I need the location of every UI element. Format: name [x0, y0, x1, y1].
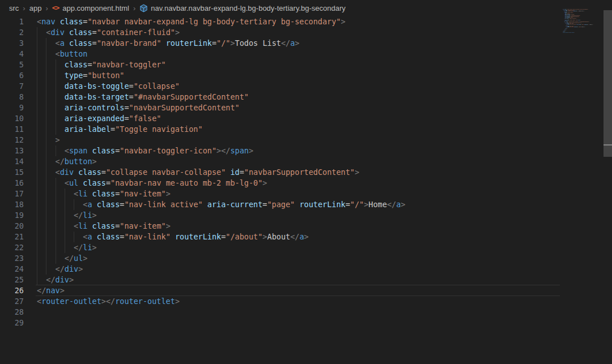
breadcrumb-item-app[interactable]: app [29, 4, 42, 12]
code-line-13[interactable]: 13 <span class="navbar-toggler-icon"></s… [0, 145, 612, 156]
line-number[interactable]: 18 [0, 199, 24, 210]
line-number[interactable]: 19 [0, 210, 24, 221]
line-number[interactable]: 25 [0, 275, 24, 285]
line-number[interactable]: 11 [0, 124, 24, 135]
code-text[interactable]: <a class="nav-link active" aria-current=… [37, 199, 560, 210]
code-line-21[interactable]: 21 <a class="nav-link" routerLink="/abou… [0, 232, 612, 242]
line-number[interactable]: 8 [0, 92, 24, 102]
code-text[interactable]: <li class="nav-item"> [37, 221, 560, 232]
code-text[interactable]: class="navbar-toggler" [37, 59, 560, 70]
scrollbar-thumb[interactable] [604, 10, 612, 157]
breadcrumb-item-src[interactable]: src [9, 4, 19, 12]
code-text[interactable]: <div class="collapse navbar-collapse" id… [37, 167, 560, 178]
line-number[interactable]: 2 [0, 27, 24, 38]
scrollbar-track[interactable] [604, 0, 612, 364]
line-number[interactable]: 9 [0, 102, 24, 113]
code-line-17[interactable]: 17 <li class="nav-item"> [0, 189, 612, 199]
code-text[interactable]: <a class="navbar-brand" routerLink="/">T… [37, 38, 560, 49]
code-line-14[interactable]: 14 </button> [0, 156, 612, 167]
line-number[interactable]: 13 [0, 145, 24, 156]
line-number[interactable]: 4 [0, 49, 24, 59]
code-line-5[interactable]: 5 class="navbar-toggler" [0, 59, 612, 70]
line-number[interactable]: 27 [0, 296, 24, 307]
line-number[interactable]: 26 [0, 285, 24, 296]
line-number[interactable]: 14 [0, 156, 24, 167]
code-text[interactable]: type="button" [37, 70, 560, 81]
line-number[interactable]: 21 [0, 232, 24, 242]
code-line-8[interactable]: 8 data-bs-target="#navbarSupportedConten… [0, 92, 612, 102]
code-line-22[interactable]: 22 </li> [0, 242, 612, 253]
line-number[interactable]: 15 [0, 167, 24, 178]
code-line-26[interactable]: 26</nav> [0, 285, 612, 296]
code-line-10[interactable]: 10 aria-expanded="false" [0, 113, 612, 124]
minimap[interactable]: <nav class="navbar navbar-expand-lg bg-b… [563, 9, 599, 50]
line-number[interactable]: 1 [0, 16, 24, 27]
code-text[interactable] [37, 318, 560, 328]
code-text[interactable]: > [37, 135, 560, 145]
code-text[interactable]: </div> [37, 264, 560, 275]
code-line-3[interactable]: 3 <a class="navbar-brand" routerLink="/"… [0, 38, 612, 49]
code-line-25[interactable]: 25 </div> [0, 275, 612, 285]
indent-guide [37, 189, 37, 199]
code-line-6[interactable]: 6 type="button" [0, 70, 612, 81]
line-number[interactable]: 22 [0, 242, 24, 253]
line-number[interactable]: 29 [0, 318, 24, 328]
code-line-20[interactable]: 20 <li class="nav-item"> [0, 221, 612, 232]
code-line-28[interactable]: 28 [0, 307, 612, 318]
code-line-1[interactable]: 1<nav class="navbar navbar-expand-lg bg-… [0, 16, 612, 27]
code-text[interactable]: <ul class="navbar-nav me-auto mb-2 mb-lg… [37, 178, 560, 189]
code-text[interactable]: <div class="container-fluid"> [37, 27, 560, 38]
code-text[interactable]: <button [37, 49, 560, 59]
code-text[interactable]: aria-expanded="false" [37, 113, 560, 124]
code-line-4[interactable]: 4 <button [0, 49, 612, 59]
line-number[interactable]: 20 [0, 221, 24, 232]
indent-guide [56, 232, 56, 242]
line-number[interactable]: 5 [0, 59, 24, 70]
line-number[interactable]: 10 [0, 113, 24, 124]
code-text[interactable]: </button> [37, 156, 560, 167]
breadcrumb-item-element[interactable]: nav.navbar.navbar-expand-lg.bg-body-tert… [151, 4, 346, 12]
code-line-29[interactable]: 29 [0, 318, 612, 328]
breadcrumb-item-file[interactable]: app.component.html [62, 4, 129, 12]
code-text[interactable]: aria-controls="navbarSupportedContent" [37, 102, 560, 113]
code-text[interactable]: </div> [37, 275, 560, 285]
code-text[interactable]: data-bs-toggle="collapse" [37, 81, 560, 92]
code-text[interactable]: </li> [37, 210, 560, 221]
code-line-15[interactable]: 15 <div class="collapse navbar-collapse"… [0, 167, 612, 178]
code-line-2[interactable]: 2 <div class="container-fluid"> [0, 27, 612, 38]
code-line-16[interactable]: 16 <ul class="navbar-nav me-auto mb-2 mb… [0, 178, 612, 189]
code-text[interactable]: <a class="nav-link" routerLink="/about">… [37, 232, 560, 242]
indent-guide [37, 59, 37, 70]
code-line-19[interactable]: 19 </li> [0, 210, 612, 221]
code-text[interactable] [37, 307, 560, 318]
line-number[interactable]: 23 [0, 253, 24, 264]
line-number[interactable]: 3 [0, 38, 24, 49]
code-text[interactable]: </nav> [37, 285, 560, 296]
code-line-23[interactable]: 23 </ul> [0, 253, 612, 264]
code-text[interactable]: <span class="navbar-toggler-icon"></span… [37, 145, 560, 156]
code-text[interactable]: <li class="nav-item"> [37, 189, 560, 199]
code-text[interactable]: <router-outlet></router-outlet> [37, 296, 560, 307]
line-number[interactable]: 24 [0, 264, 24, 275]
code-line-9[interactable]: 9 aria-controls="navbarSupportedContent" [0, 102, 612, 113]
code-line-18[interactable]: 18 <a class="nav-link active" aria-curre… [0, 199, 612, 210]
code-text[interactable]: aria-label="Toggle navigation" [37, 124, 560, 135]
line-number[interactable]: 7 [0, 81, 24, 92]
indent-guide [46, 156, 46, 167]
code-text[interactable]: <nav class="navbar navbar-expand-lg bg-b… [37, 16, 560, 27]
line-number[interactable]: 6 [0, 70, 24, 81]
code-text[interactable]: </li> [37, 242, 560, 253]
code-line-12[interactable]: 12 > [0, 135, 612, 145]
code-line-7[interactable]: 7 data-bs-toggle="collapse" [0, 81, 612, 92]
line-number[interactable]: 12 [0, 135, 24, 145]
code-line-24[interactable]: 24 </div> [0, 264, 612, 275]
line-number[interactable]: 16 [0, 178, 24, 189]
code-text[interactable]: data-bs-target="#navbarSupportedContent" [37, 92, 560, 102]
line-number[interactable]: 28 [0, 307, 24, 318]
code-text[interactable]: </ul> [37, 253, 560, 264]
code-line-11[interactable]: 11 aria-label="Toggle navigation" [0, 124, 612, 135]
indent-guide [74, 232, 74, 242]
indent-guide [56, 145, 56, 156]
code-line-27[interactable]: 27<router-outlet></router-outlet> [0, 296, 612, 307]
line-number[interactable]: 17 [0, 189, 24, 199]
